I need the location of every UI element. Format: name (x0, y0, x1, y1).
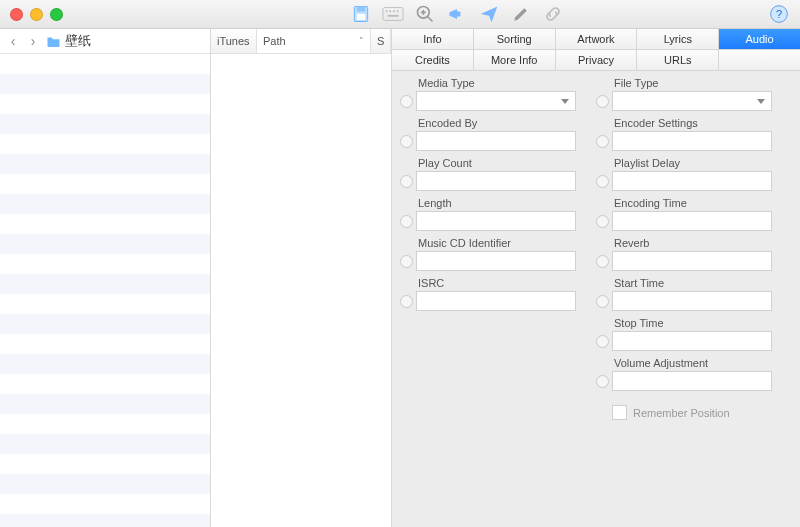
track-list-body[interactable] (211, 54, 391, 527)
label-volume-adjustment: Volume Adjustment (612, 357, 772, 369)
tabs: Info Sorting Artwork Lyrics Audio Credit… (392, 29, 800, 71)
label-music-cd-identifier: Music CD Identifier (416, 237, 576, 249)
label-encoder-settings: Encoder Settings (612, 117, 772, 129)
input-encoded-by[interactable] (416, 131, 576, 151)
radio-encoder-settings[interactable] (596, 135, 609, 148)
folder-label: 壁纸 (65, 32, 91, 50)
field-encoder-settings: Encoder Settings (596, 117, 772, 151)
form-grid: Media Type File Type Encoded By Encoder … (400, 77, 772, 420)
help-icon[interactable]: ? (768, 3, 790, 25)
tab-empty (719, 50, 800, 70)
titlebar: ? (0, 0, 800, 29)
nav-back-button[interactable]: ‹ (6, 33, 20, 49)
tab-row-1: Info Sorting Artwork Lyrics Audio (392, 29, 800, 50)
svg-rect-6 (393, 10, 395, 12)
radio-length[interactable] (400, 215, 413, 228)
radio-file-type[interactable] (596, 95, 609, 108)
column-third[interactable]: S (371, 29, 391, 53)
input-encoder-settings[interactable] (612, 131, 772, 151)
sort-ascending-icon: ˄ (359, 36, 364, 46)
minimize-button[interactable] (30, 8, 43, 21)
svg-rect-2 (357, 14, 365, 20)
input-stop-time[interactable] (612, 331, 772, 351)
close-button[interactable] (10, 8, 23, 21)
input-music-cd-identifier[interactable] (416, 251, 576, 271)
tab-more-info[interactable]: More Info (474, 50, 556, 70)
tab-lyrics[interactable]: Lyrics (637, 29, 719, 49)
svg-line-10 (428, 17, 433, 22)
input-start-time[interactable] (612, 291, 772, 311)
svg-rect-4 (386, 10, 388, 12)
tab-credits[interactable]: Credits (392, 50, 474, 70)
input-isrc[interactable] (416, 291, 576, 311)
label-stop-time: Stop Time (612, 317, 772, 329)
svg-rect-7 (397, 10, 399, 12)
select-file-type[interactable] (612, 91, 772, 111)
label-start-time: Start Time (612, 277, 772, 289)
select-media-type[interactable] (416, 91, 576, 111)
breadcrumb: ‹ › 壁纸 (0, 29, 210, 54)
pencil-icon[interactable] (510, 3, 532, 25)
nav-forward-button[interactable]: › (26, 33, 40, 49)
save-icon[interactable] (350, 3, 372, 25)
current-folder[interactable]: 壁纸 (46, 32, 91, 50)
toolbar (350, 0, 564, 28)
zoom-in-icon[interactable] (414, 3, 436, 25)
column-itunes[interactable]: iTunes (211, 29, 257, 53)
input-reverb[interactable] (612, 251, 772, 271)
track-list: iTunes Path ˄ S (211, 29, 392, 527)
radio-encoding-time[interactable] (596, 215, 609, 228)
field-volume-adjustment: Volume Adjustment (596, 357, 772, 391)
tab-sorting[interactable]: Sorting (474, 29, 556, 49)
link-icon[interactable] (542, 3, 564, 25)
file-list[interactable] (0, 54, 210, 527)
radio-music-cd-identifier[interactable] (400, 255, 413, 268)
svg-rect-13 (457, 12, 460, 17)
field-reverb: Reverb (596, 237, 772, 271)
remember-position-checkbox[interactable] (612, 405, 627, 420)
radio-play-count[interactable] (400, 175, 413, 188)
zoom-button[interactable] (50, 8, 63, 21)
field-isrc: ISRC (400, 277, 576, 311)
content: ‹ › 壁纸 iTunes Path ˄ S I (0, 29, 800, 527)
tab-urls[interactable]: URLs (637, 50, 719, 70)
sidebar-left: ‹ › 壁纸 (0, 29, 211, 527)
tab-info[interactable]: Info (392, 29, 474, 49)
paper-plane-icon[interactable] (478, 3, 500, 25)
svg-rect-8 (388, 15, 399, 17)
label-encoding-time: Encoding Time (612, 197, 772, 209)
label-reverb: Reverb (612, 237, 772, 249)
radio-reverb[interactable] (596, 255, 609, 268)
label-isrc: ISRC (416, 277, 576, 289)
input-length[interactable] (416, 211, 576, 231)
label-encoded-by: Encoded By (416, 117, 576, 129)
svg-rect-3 (383, 8, 403, 21)
bullhorn-icon[interactable] (446, 3, 468, 25)
field-encoded-by: Encoded By (400, 117, 576, 151)
input-playlist-delay[interactable] (612, 171, 772, 191)
field-start-time: Start Time (596, 277, 772, 311)
svg-rect-1 (357, 7, 365, 12)
tab-audio[interactable]: Audio (719, 29, 800, 49)
radio-encoded-by[interactable] (400, 135, 413, 148)
tab-privacy[interactable]: Privacy (556, 50, 638, 70)
tab-artwork[interactable]: Artwork (556, 29, 638, 49)
radio-stop-time[interactable] (596, 335, 609, 348)
form-area: Media Type File Type Encoded By Encoder … (392, 71, 800, 527)
radio-playlist-delay[interactable] (596, 175, 609, 188)
input-play-count[interactable] (416, 171, 576, 191)
field-length: Length (400, 197, 576, 231)
column-headers: iTunes Path ˄ S (211, 29, 391, 54)
input-encoding-time[interactable] (612, 211, 772, 231)
radio-volume-adjustment[interactable] (596, 375, 609, 388)
field-file-type: File Type (596, 77, 772, 111)
keyboard-icon[interactable] (382, 3, 404, 25)
remember-position-row: Remember Position (596, 405, 772, 420)
radio-start-time[interactable] (596, 295, 609, 308)
input-volume-adjustment[interactable] (612, 371, 772, 391)
radio-isrc[interactable] (400, 295, 413, 308)
radio-media-type[interactable] (400, 95, 413, 108)
column-path[interactable]: Path ˄ (257, 29, 371, 53)
label-play-count: Play Count (416, 157, 576, 169)
label-playlist-delay: Playlist Delay (612, 157, 772, 169)
